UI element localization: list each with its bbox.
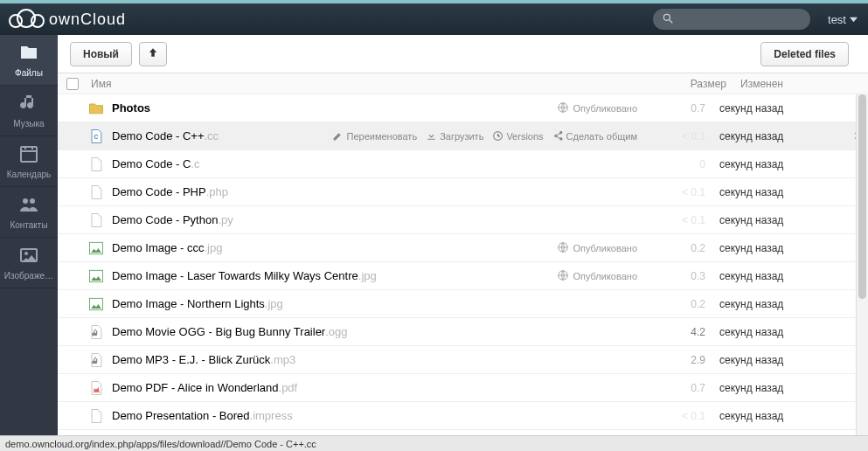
file-row[interactable]: Demo Image - ccc.jpg Опубликовано 0.2 се…	[58, 234, 868, 262]
column-name[interactable]: Имя	[87, 78, 667, 90]
music-icon	[18, 93, 39, 116]
scrollbar-thumb[interactable]	[858, 94, 866, 299]
columns-header: Имя Размер Изменен	[58, 73, 868, 94]
file-size: 4.2	[646, 326, 716, 338]
nav-item-calendar[interactable]: Календарь	[0, 136, 58, 187]
file-name[interactable]: Demo Presentation - Bored	[112, 409, 250, 422]
file-name[interactable]: Photos	[112, 101, 150, 114]
file-name[interactable]: Demo Code - Python	[112, 213, 218, 226]
file-size: 0.7	[646, 382, 716, 394]
file-row[interactable]: Demo Code - Python.py < 0.1 секунд назад	[58, 206, 868, 234]
caret-down-icon	[850, 13, 858, 26]
globe-icon	[557, 241, 569, 255]
shared-badge: Опубликовано	[557, 101, 637, 115]
file-ext: .py	[218, 213, 233, 226]
file-size: < 0.1	[646, 186, 716, 198]
new-button[interactable]: Новый	[70, 42, 132, 66]
nav-label: Календарь	[0, 170, 58, 179]
nav-item-folder[interactable]: Файлы	[0, 35, 58, 86]
file-list: Photos Опубликовано 0.7 секунд назад Dem…	[58, 94, 868, 435]
deleted-files-button[interactable]: Deleted files	[760, 42, 849, 66]
nav-item-music[interactable]: Музыка	[0, 86, 58, 136]
file-icon	[87, 212, 105, 229]
select-all-checkbox[interactable]	[66, 78, 79, 90]
folder-icon	[87, 100, 105, 117]
file-modified: секунд назад	[716, 158, 847, 170]
file-name[interactable]: Demo Image - Northern Lights	[112, 297, 265, 310]
file-row[interactable]: Demo PDF - Alice in Wonderland.pdf 0.7 с…	[58, 374, 868, 402]
file-ext: .jpg	[358, 269, 377, 282]
file-size: 0.3	[646, 270, 716, 282]
file-name[interactable]: Demo Image - Laser Towards Milky Ways Ce…	[112, 269, 358, 282]
file-name[interactable]: Demo Image - ccc	[112, 241, 204, 254]
file-name[interactable]: Demo Code - PHP	[112, 185, 206, 198]
nav-item-contacts[interactable]: Контакты	[0, 187, 58, 238]
upload-button[interactable]	[139, 42, 167, 66]
image-icon	[87, 295, 105, 313]
file-size: < 0.1	[646, 130, 716, 142]
nav-label: Музыка	[0, 119, 58, 128]
statusbar-text: demo.owncloud.org/index.php/apps/files/d…	[5, 439, 316, 449]
nav-label: Контакты	[0, 220, 58, 230]
rename-action[interactable]: Переименовать	[332, 130, 417, 142]
image-icon	[87, 239, 105, 257]
toolbar: Новый Deleted files	[58, 35, 868, 73]
search-icon	[662, 12, 674, 27]
brand-logo[interactable]: ownCloud	[0, 9, 149, 31]
file-name[interactable]: Demo Code - C	[112, 157, 191, 170]
file-name[interactable]: Demo Code - C++	[112, 129, 205, 142]
audio-icon	[87, 351, 105, 369]
file-modified: секунд назад	[716, 102, 847, 114]
file-modified: секунд назад	[716, 326, 847, 338]
folder-icon	[18, 42, 39, 66]
calendar-icon	[18, 143, 39, 167]
file-icon	[87, 156, 105, 173]
share-action[interactable]: Сделать общим	[552, 130, 637, 142]
user-menu[interactable]: test	[828, 13, 868, 26]
file-row[interactable]: Demo Image - Laser Towards Milky Ways Ce…	[58, 262, 868, 290]
file-size: 0.7	[646, 102, 716, 114]
file-modified: секунд назад	[716, 130, 847, 142]
search-input[interactable]	[679, 13, 810, 25]
file-row[interactable]: Demo Movie OGG - Big Bug Bunny Trailer.o…	[58, 318, 868, 346]
file-row[interactable]: Demo Image - Northern Lights.jpg 0.2 сек…	[58, 290, 868, 318]
nav-label: Изображе…	[0, 271, 58, 281]
file-ext: .pdf	[279, 381, 298, 394]
upload-icon	[147, 46, 159, 61]
file-icon	[87, 184, 105, 201]
images-icon	[18, 245, 39, 268]
file-modified: секунд назад	[716, 270, 847, 282]
file-name[interactable]: Demo MP3 - E.J. - Blick Zurück	[112, 353, 270, 366]
svg-point-10	[31, 15, 44, 27]
file-name[interactable]: Demo PDF - Alice in Wonderland	[112, 381, 279, 394]
file-row[interactable]: Demo Code - C.c 0 секунд назад	[58, 150, 868, 178]
row-actions: Переименовать Загрузить Versions Сделать…	[332, 130, 637, 142]
folder-row[interactable]: Photos Опубликовано 0.7 секунд назад	[58, 94, 868, 122]
file-ext: .impress	[250, 409, 293, 422]
search-box[interactable]	[653, 9, 810, 30]
file-modified: секунд назад	[716, 382, 847, 394]
file-row[interactable]: Demo Code - C++.cc Переименовать Загрузи…	[58, 122, 868, 150]
shared-badge: Опубликовано	[557, 241, 637, 255]
column-modified[interactable]: Изменен	[737, 78, 868, 90]
main-panel: Новый Deleted files Имя Размер Изменен P…	[58, 35, 868, 435]
vertical-scrollbar[interactable]	[856, 94, 868, 435]
nav-label: Файлы	[0, 68, 58, 78]
image-icon	[87, 267, 105, 285]
download-action[interactable]: Загрузить	[426, 130, 483, 142]
file-ext: .jpg	[204, 241, 222, 254]
column-size[interactable]: Размер	[667, 78, 737, 90]
file-row[interactable]: Demo Presentation - Bored.impress < 0.1 …	[58, 402, 868, 430]
file-row[interactable]: Demo MP3 - E.J. - Blick Zurück.mp3 2.9 с…	[58, 346, 868, 374]
nav-item-images[interactable]: Изображе…	[0, 238, 58, 288]
globe-icon	[557, 269, 569, 283]
versions-action[interactable]: Versions	[492, 130, 543, 142]
file-size: 2.9	[646, 354, 716, 366]
contacts-icon	[18, 194, 39, 218]
file-modified: секунд назад	[716, 354, 847, 366]
file-name[interactable]: Demo Movie OGG - Big Bug Bunny Trailer	[112, 325, 325, 338]
file-row[interactable]: Demo Code - PHP.php < 0.1 секунд назад	[58, 178, 868, 206]
app-sidebar: Файлы Музыка Календарь Контакты Изображе…	[0, 35, 58, 435]
file-size: < 0.1	[646, 214, 716, 226]
app-header: ownCloud test	[0, 3, 868, 35]
